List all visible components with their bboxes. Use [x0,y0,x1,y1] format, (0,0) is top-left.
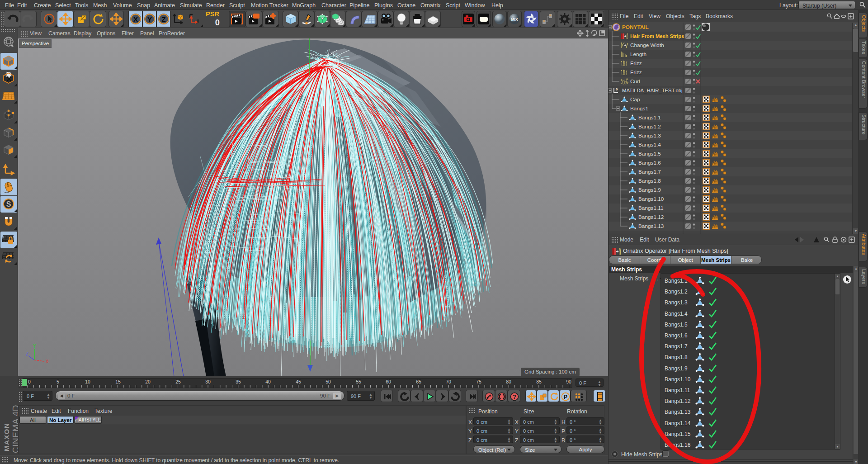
svg-text:Bangs1.6: Bangs1.6 [665,332,688,339]
svg-text:Bangs1.10: Bangs1.10 [665,376,691,383]
svg-text:70: 70 [446,379,451,384]
svg-text:Bangs1.12: Bangs1.12 [665,398,691,404]
svg-text:Bangs1.13: Bangs1.13 [638,223,664,229]
svg-text:Bangs1.11: Bangs1.11 [638,205,664,211]
svg-text:30: 30 [205,379,211,384]
svg-text:45: 45 [296,379,301,384]
svg-text:0: 0 [28,379,31,384]
svg-text:Bangs1.7: Bangs1.7 [665,343,688,350]
svg-text:65: 65 [416,379,421,384]
svg-text:Frizz: Frizz [630,69,642,76]
svg-text:Bangs1.2: Bangs1.2 [638,123,661,130]
svg-text:Y: Y [33,344,36,349]
svg-text:Y: Y [147,15,152,23]
svg-text:S: S [6,200,11,208]
svg-text:Bangs1.1: Bangs1.1 [665,278,688,284]
svg-text:Z: Z [161,15,165,23]
svg-text:X: X [133,15,138,23]
svg-text:80: 80 [506,379,511,384]
svg-text:Z: Z [26,351,28,356]
svg-text:10: 10 [85,379,90,384]
svg-text:Bangs1.5: Bangs1.5 [638,151,661,157]
svg-text:PSR: PSR [206,11,219,18]
svg-text:Bangs1.3: Bangs1.3 [638,133,661,139]
svg-text:MATILDA_HAIR_TEST.obj: MATILDA_HAIR_TEST.obj [622,88,683,93]
svg-text:Bangs1.13: Bangs1.13 [665,409,691,415]
svg-text:Bangs1.15: Bangs1.15 [665,431,691,437]
svg-text:Bangs1.4: Bangs1.4 [638,142,661,148]
svg-text:Hair From Mesh Strips: Hair From Mesh Strips [630,33,684,39]
svg-text:X: X [46,359,49,364]
svg-text:Bangs1.1: Bangs1.1 [638,114,661,121]
svg-text:Bangs1.2: Bangs1.2 [665,289,688,295]
svg-text:Cap: Cap [630,96,640,103]
svg-text:90: 90 [566,379,571,384]
svg-text:Change Width: Change Width [630,42,664,48]
svg-text:Length: Length [630,51,646,57]
svg-text:20: 20 [145,379,151,384]
svg-text:Frizz: Frizz [630,60,642,66]
svg-text:MIX: MIX [511,17,518,22]
svg-text:Bangs1.9: Bangs1.9 [638,187,661,193]
svg-text:?: ? [513,393,516,400]
svg-text:Bangs1.14: Bangs1.14 [665,420,691,426]
svg-text:Bangs1.8: Bangs1.8 [665,354,688,360]
svg-text:0: 0 [215,18,219,26]
svg-text:55: 55 [356,379,361,384]
svg-text:35: 35 [236,379,241,384]
svg-text:75: 75 [476,379,481,384]
svg-text:P: P [563,393,567,400]
svg-text:Bangs1.7: Bangs1.7 [638,169,661,175]
svg-text:60: 60 [386,379,391,384]
svg-text:85: 85 [536,379,542,384]
svg-text:Bangs1.4: Bangs1.4 [665,311,688,317]
svg-text:Bangs1.3: Bangs1.3 [665,299,688,306]
svg-text:Bangs1.6: Bangs1.6 [638,160,661,166]
svg-text:Curl: Curl [630,78,640,85]
svg-text:Bangs1: Bangs1 [630,105,648,112]
svg-text:Bangs1.12: Bangs1.12 [638,214,664,220]
svg-text:Bangs1.9: Bangs1.9 [665,365,688,372]
svg-text:5: 5 [57,379,59,384]
svg-text:PONYTAIL: PONYTAIL [622,24,649,30]
svg-text:Bangs1.16: Bangs1.16 [665,442,691,448]
svg-text:50: 50 [326,379,331,384]
svg-text:Bangs1.5: Bangs1.5 [665,322,688,328]
svg-text:0: 0 [616,87,618,91]
svg-text:40: 40 [265,379,271,384]
svg-text:Bangs1.8: Bangs1.8 [638,178,661,184]
svg-text:15: 15 [115,379,121,384]
svg-text:Bangs1.10: Bangs1.10 [638,196,664,202]
svg-text:25: 25 [175,379,181,384]
svg-text:Bangs1.11: Bangs1.11 [665,387,690,393]
